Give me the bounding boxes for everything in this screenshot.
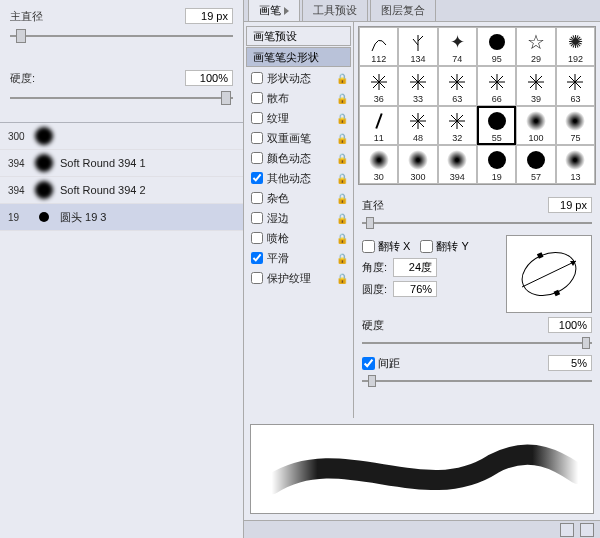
lock-icon: 🔒 <box>336 253 348 264</box>
brush-tip-cell[interactable]: 300 <box>398 145 437 184</box>
diam-slider[interactable] <box>362 217 592 229</box>
hardness-label: 硬度: <box>10 71 35 86</box>
diameter-value[interactable]: 19 px <box>185 8 233 24</box>
brush-tip-cell[interactable]: 36 <box>359 66 398 105</box>
stroke-preview <box>250 424 594 514</box>
opt-item[interactable]: 双重画笔🔒 <box>244 128 353 148</box>
hard-slider[interactable] <box>362 337 592 349</box>
hardness-value[interactable]: 100% <box>185 70 233 86</box>
brush-tip-grid: 112134✦7495☆29✺1923633636639631148325510… <box>358 26 596 185</box>
brush-tip-cell[interactable]: ✺192 <box>556 27 595 66</box>
svg-rect-4 <box>554 290 561 297</box>
brush-tip-cell[interactable]: 95 <box>477 27 516 66</box>
lock-icon: 🔒 <box>336 173 348 184</box>
angle-input[interactable]: 24度 <box>393 258 437 277</box>
spacing-input[interactable]: 5% <box>548 355 592 371</box>
brush-tip-cell[interactable]: 19 <box>477 145 516 184</box>
trash-icon[interactable] <box>580 523 594 537</box>
opt-item[interactable]: 保护纹理🔒 <box>244 268 353 288</box>
left-panel: 主直径 19 px 硬度: 100% 300394Soft Round 394 … <box>0 0 244 538</box>
option-list: 画笔预设 画笔笔尖形状 形状动态🔒散布🔒纹理🔒双重画笔🔒颜色动态🔒其他动态🔒杂色… <box>244 22 354 418</box>
spacing-slider[interactable] <box>362 375 592 387</box>
list-item[interactable]: 19圆头 19 3 <box>0 204 243 231</box>
opt-item[interactable]: 纹理🔒 <box>244 108 353 128</box>
brush-tip-cell[interactable]: 63 <box>438 66 477 105</box>
brush-tip-cell[interactable]: 112 <box>359 27 398 66</box>
brush-tip-cell[interactable]: ✦74 <box>438 27 477 66</box>
brush-tip-cell[interactable]: ☆29 <box>516 27 555 66</box>
tab-bar: 画笔 工具预设 图层复合 <box>244 0 600 22</box>
opt-item[interactable]: 湿边🔒 <box>244 208 353 228</box>
brush-tip-cell[interactable]: 13 <box>556 145 595 184</box>
svg-rect-3 <box>537 253 544 260</box>
list-item[interactable]: 394Soft Round 394 2 <box>0 177 243 204</box>
brush-tip-cell[interactable]: 66 <box>477 66 516 105</box>
diameter-label: 主直径 <box>10 9 43 24</box>
diam-input[interactable]: 19 px <box>548 197 592 213</box>
opt-item[interactable]: 喷枪🔒 <box>244 228 353 248</box>
hardness-slider[interactable] <box>10 90 233 106</box>
brush-tip-cell[interactable]: 32 <box>438 106 477 145</box>
opt-item[interactable]: 散布🔒 <box>244 88 353 108</box>
list-item[interactable]: 300 <box>0 123 243 150</box>
brush-tip-cell[interactable]: 394 <box>438 145 477 184</box>
opt-item[interactable]: 杂色🔒 <box>244 188 353 208</box>
opt-item[interactable]: 颜色动态🔒 <box>244 148 353 168</box>
spacing-check[interactable]: 间距 <box>362 356 400 371</box>
brush-tip-cell[interactable]: 33 <box>398 66 437 105</box>
flip-x[interactable]: 翻转 X <box>362 239 410 254</box>
brush-tip-cell[interactable]: 55 <box>477 106 516 145</box>
opt-item[interactable]: 平滑🔒 <box>244 248 353 268</box>
new-icon[interactable] <box>560 523 574 537</box>
brush-tip-cell[interactable]: 48 <box>398 106 437 145</box>
lock-icon: 🔒 <box>336 113 348 124</box>
lock-icon: 🔒 <box>336 193 348 204</box>
brush-tip-cell[interactable]: 75 <box>556 106 595 145</box>
angle-widget[interactable] <box>506 235 592 313</box>
brush-tip-cell[interactable]: 39 <box>516 66 555 105</box>
round-label: 圆度: <box>362 282 387 297</box>
status-bar <box>244 520 600 538</box>
opt-item[interactable]: 形状动态🔒 <box>244 68 353 88</box>
list-item[interactable]: 394Soft Round 394 1 <box>0 150 243 177</box>
round-input[interactable]: 76% <box>393 281 437 297</box>
lock-icon: 🔒 <box>336 133 348 144</box>
brush-tip-cell[interactable]: 100 <box>516 106 555 145</box>
opt-item[interactable]: 其他动态🔒 <box>244 168 353 188</box>
brush-tip-cell[interactable]: 30 <box>359 145 398 184</box>
diam-label: 直径 <box>362 198 384 213</box>
brush-tip-cell[interactable]: 63 <box>556 66 595 105</box>
svg-line-1 <box>522 261 576 287</box>
lock-icon: 🔒 <box>336 233 348 244</box>
opt-brush-presets[interactable]: 画笔预设 <box>246 26 351 46</box>
brush-preset-list: 300394Soft Round 394 1394Soft Round 394 … <box>0 123 243 231</box>
lock-icon: 🔒 <box>336 213 348 224</box>
diameter-slider[interactable] <box>10 28 233 44</box>
brush-tip-cell[interactable]: 134 <box>398 27 437 66</box>
lock-icon: 🔒 <box>336 273 348 284</box>
right-panel: 画笔 工具预设 图层复合 画笔预设 画笔笔尖形状 形状动态🔒散布🔒纹理🔒双重画笔… <box>244 0 600 538</box>
lock-icon: 🔒 <box>336 93 348 104</box>
hard-input[interactable]: 100% <box>548 317 592 333</box>
tab-layer-comps[interactable]: 图层复合 <box>370 0 436 21</box>
flip-y[interactable]: 翻转 Y <box>420 239 468 254</box>
angle-label: 角度: <box>362 260 387 275</box>
tab-brush[interactable]: 画笔 <box>248 0 300 21</box>
brush-tip-cell[interactable]: 11 <box>359 106 398 145</box>
brush-tip-cell[interactable]: 57 <box>516 145 555 184</box>
hard-label: 硬度 <box>362 318 384 333</box>
lock-icon: 🔒 <box>336 153 348 164</box>
tab-tool-presets[interactable]: 工具预设 <box>302 0 368 21</box>
lock-icon: 🔒 <box>336 73 348 84</box>
opt-brush-tip-shape[interactable]: 画笔笔尖形状 <box>246 47 351 67</box>
